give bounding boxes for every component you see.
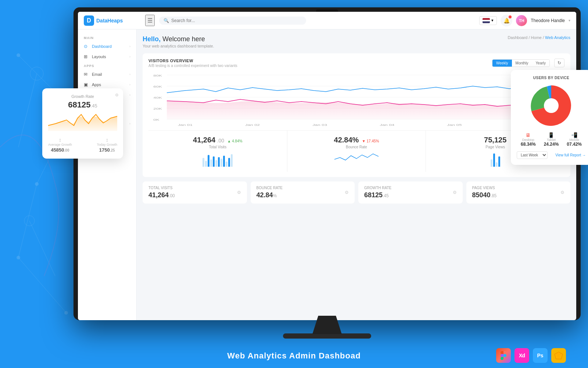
card-bounce-rate-label: Bounce Rate [257,186,283,190]
svg-line-2 [18,184,37,258]
page-views-value: 75,125 [484,136,506,144]
floating-device-card: USERS BY DEVICE 🖥 Desktop 68.34% 📱 [511,70,588,165]
greeting: Hello, Welcome here Your web analytics d… [143,35,214,48]
svg-point-15 [35,182,39,186]
avatar: TH [516,15,527,26]
search-icon: 🔍 [164,18,169,23]
chart-title: VISITORS OVERVIEW [148,59,237,63]
refresh-button[interactable]: ↻ [554,59,564,67]
device-stats: 🖥 Desktop 68.34% 📱 Tablet 24.24% 📲 Mobil… [517,132,586,147]
sketch-icon [551,348,566,363]
logo-icon: D [84,15,94,26]
gear-button[interactable]: ⚙ [345,190,349,195]
card-page-views: Page Views 85040.85 ⚙ [466,181,571,204]
view-report-link[interactable]: View full Report → [555,153,586,157]
layouts-icon: ⊞ [84,54,89,59]
line-chart: 80K 60K 40K 20K 0K [148,71,564,130]
svg-text:Jan 04: Jan 04 [380,123,394,127]
card-total-visits-value: 41,264.00 [148,191,175,199]
svg-text:Jan 03: Jan 03 [312,123,327,127]
gear-button[interactable]: ⚙ [453,190,457,195]
svg-line-3 [18,258,66,313]
svg-text:80K: 80K [153,74,162,77]
notification-badge [509,15,512,18]
search-input[interactable] [171,18,302,23]
bounce-rate-value: 42.84% [334,136,359,144]
svg-point-13 [17,53,20,57]
avg-growth-label: Average Growth [48,143,72,146]
desktop-pct: 68.34% [521,142,536,147]
card-growth-rate-label: Growth Rate [364,186,391,190]
card-growth-rate: Growth Rate 68125.45 ⚙ [358,181,463,204]
monitor: D DataHeaps ☰ 🔍 ▾ 🔔 [74,7,581,339]
greeting-welcome: Welcome here [162,35,205,43]
card-growth-rate-value: 68125.45 [364,191,391,199]
svg-line-11 [29,221,55,276]
search-bar: 🔍 [159,17,306,25]
today-growth-label: Today Growth [97,143,117,146]
time-period-buttons: Weekly Monthly Yearly [492,59,550,67]
sidebar-item-layouts[interactable]: ⊞ Layouts › [78,52,136,62]
stat-bounce-rate: 42.84% ▼ 17.45% Bounce Rate [287,131,426,172]
svg-text:Jan 01: Jan 01 [178,123,193,127]
svg-point-26 [24,216,35,226]
gear-button[interactable]: ⚙ [237,190,241,195]
device-card-title: USERS BY DEVICE [517,76,586,80]
sidebar-label-email: Email [92,72,102,77]
desktop-label: Desktop [521,138,536,142]
svg-point-16 [17,256,20,259]
user-name: Theodore Handle [531,18,565,23]
sidebar-section-main: MAIN [78,34,136,41]
svg-text:Jan 02: Jan 02 [245,123,260,127]
sidebar-label-apps: Apps [92,82,101,87]
device-desktop: 🖥 Desktop 68.34% [521,132,536,147]
monitor-bezel: D DataHeaps ☰ 🔍 ▾ 🔔 [74,7,581,320]
btn-weekly[interactable]: Weekly [492,60,512,67]
total-visits-value: 41,264 [193,136,215,144]
stat-total-visits: 41,264 .00 ▲ 4.84% Total Visits [148,131,287,172]
chevron-icon: › [129,45,130,48]
svg-text:20K: 20K [153,107,162,110]
total-visits-label: Total Visits [154,145,281,149]
btn-monthly[interactable]: Monthly [512,60,532,67]
chevron-icon: › [129,93,130,97]
total-visits-change: ▲ 4.84% [227,139,243,143]
header-right: ▾ 🔔 TH Theodore Handle ▾ [479,15,570,26]
today-growth-item: ↕ Today Growth 1750.25 [97,137,117,153]
hamburger-button[interactable]: ☰ [145,15,155,26]
notification-button[interactable]: 🔔 [501,15,512,26]
top-bar: Hello, Welcome here Your web analytics d… [143,35,570,48]
svg-text:60K: 60K [153,85,162,88]
growth-card-title: Growth Rate [48,94,117,99]
tablet-label: Tablet [544,138,559,142]
chart-subtitle: A/B testing is a controlled experiment w… [148,64,237,68]
gear-icon[interactable]: ⚙ [115,93,119,98]
device-tablet: 📱 Tablet 24.24% [544,132,559,147]
svg-text:40K: 40K [153,96,162,99]
pie-chart [517,84,586,128]
sidebar-item-dashboard[interactable]: ⊙ Dashboard › [78,41,136,52]
chevron-icon: › [129,72,130,76]
apps-icon: ▣ [84,82,89,87]
sidebar-section-apps: APPS [78,62,136,69]
card-page-views-value: 85040.85 [472,191,497,199]
gear-button[interactable]: ⚙ [560,190,564,195]
svg-point-43 [544,98,559,113]
sidebar-item-email[interactable]: ✉ Email › [78,69,136,79]
bottom-stats: Total Visits 41,264.00 ⚙ Bounce Rate 42.… [143,181,570,204]
ps-icon: Ps [533,348,548,363]
card-bounce-rate-value: 42.84% [257,191,283,199]
tool-icons: Xd Ps [496,348,566,363]
mini-line-chart [293,152,420,163]
mobile-pct: 07.42% [567,142,582,147]
card-bounce-rate: Bounce Rate 42.84% ⚙ [251,181,355,204]
device-card-footer: Last Week Last Month View full Report → [517,151,586,159]
flag-button[interactable]: ▾ [479,16,497,25]
today-growth-value: 1750.25 [97,147,117,153]
logo-text: DataHeaps [96,18,123,24]
user-chevron: ▾ [569,18,570,22]
last-week-select[interactable]: Last Week Last Month [517,151,548,159]
figma-icon [496,348,511,363]
btn-yearly[interactable]: Yearly [532,60,549,67]
breadcrumb: Dashboard / Home / Web Analytics [508,35,570,40]
